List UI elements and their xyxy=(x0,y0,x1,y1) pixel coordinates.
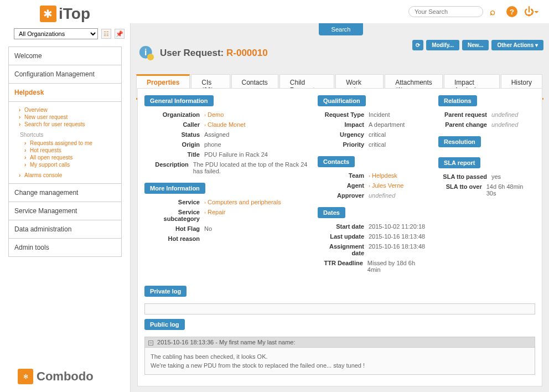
svg-text:i: i xyxy=(144,48,147,57)
val-assign: 2015-10-16 18:13:48 xyxy=(369,243,425,256)
val-urgency: critical xyxy=(369,131,386,138)
sub-assigned[interactable]: Requests assigned to me xyxy=(30,140,92,146)
new-button[interactable]: New... xyxy=(462,40,489,50)
val-title: PDU Failure in Rack 24 xyxy=(204,151,268,158)
page-title: User Request: R-000010 xyxy=(160,48,268,59)
power-icon[interactable]: ⏻▾ xyxy=(524,6,539,18)
link-subcategory[interactable]: Repair xyxy=(208,209,225,215)
legend-general: General Information xyxy=(144,95,214,106)
global-search-input[interactable] xyxy=(408,6,483,17)
val-sla-over: 14d 6h 48min 30s xyxy=(486,183,530,197)
val-status: Assigned xyxy=(204,131,229,138)
fieldset-more: More Information Service›Computers and p… xyxy=(144,183,308,244)
fieldset-relations: Relations Parent requestundefined Parent… xyxy=(438,95,530,130)
combodo-logo[interactable]: ✻ Combodo xyxy=(18,369,94,384)
link-agent[interactable]: Jules Verne xyxy=(372,182,403,189)
nav-admin[interactable]: Admin tools xyxy=(8,238,122,257)
page-title-ref: R-000010 xyxy=(226,48,268,58)
help-icon[interactable]: ? xyxy=(506,6,517,17)
public-log-section: Public log − 2015-10-16 18:13:36 - My fi… xyxy=(144,319,535,375)
legend-more: More Information xyxy=(144,183,205,194)
legend-relations: Relations xyxy=(438,95,477,106)
combodo-logo-icon: ✻ xyxy=(18,369,33,384)
legend-sla: SLA report xyxy=(438,157,480,168)
logo-area: ✱ iTop xyxy=(0,0,130,23)
link-team[interactable]: Helpdesk xyxy=(372,172,397,179)
private-log-box[interactable] xyxy=(144,303,535,314)
link-organization[interactable]: Demo xyxy=(208,111,224,118)
sub-shortcuts-label: Shortcuts xyxy=(20,131,119,138)
refresh-button[interactable]: ⟳ xyxy=(412,40,423,50)
org-selector[interactable]: All Organizations xyxy=(14,28,98,39)
nav-config[interactable]: Configuration Management xyxy=(8,65,122,84)
val-approver: undefined xyxy=(369,192,395,199)
val-reqtype: Incident xyxy=(369,111,390,118)
modify-button[interactable]: Modify... xyxy=(426,40,459,50)
sub-new-request[interactable]: New user request xyxy=(24,114,68,120)
val-parent-req: undefined xyxy=(491,111,518,118)
nav-data[interactable]: Data administration xyxy=(8,220,122,239)
sub-all-open[interactable]: All open requests xyxy=(30,154,72,161)
sub-alarms[interactable]: Alarms console xyxy=(24,172,62,178)
svg-point-2 xyxy=(147,54,154,60)
fieldset-sla: SLA report SLA tto passedyes SLA tto ove… xyxy=(438,157,530,198)
sub-overview[interactable]: Overview xyxy=(24,107,48,113)
val-impact: A department xyxy=(369,121,405,128)
val-origin: phone xyxy=(204,141,221,148)
val-last: 2015-10-16 18:13:48 xyxy=(369,233,425,240)
legend-public-log: Public log xyxy=(144,319,185,330)
nav-welcome[interactable]: Welcome xyxy=(8,47,122,65)
itop-logo-icon: ✱ xyxy=(40,6,56,22)
val-sla-passed: yes xyxy=(491,173,501,180)
sub-my-calls[interactable]: My support calls xyxy=(30,162,70,168)
val-description: The PDU located at the top of the Rack 2… xyxy=(193,161,308,174)
fieldset-dates: Dates Start date2015-10-02 11:20:18 Last… xyxy=(318,207,428,275)
public-log-box: − 2015-10-16 18:13:36 - My first name My… xyxy=(144,337,535,375)
val-parent-chg: undefined xyxy=(491,121,518,128)
fieldset-resolution: Resolution xyxy=(438,136,530,151)
legend-resolution: Resolution xyxy=(438,136,481,147)
link-caller[interactable]: Claude Monet xyxy=(208,121,246,128)
legend-dates: Dates xyxy=(318,207,345,218)
sub-hot[interactable]: Hot requests xyxy=(30,147,61,153)
nav-helpdesk[interactable]: Helpdesk xyxy=(8,83,122,102)
search-toggle[interactable]: Search xyxy=(319,23,363,35)
fieldset-general: General Information Organization›Demo Ca… xyxy=(144,95,308,176)
collapse-icon[interactable]: − xyxy=(148,341,153,345)
nav-service[interactable]: Service Management xyxy=(8,202,122,220)
legend-qualification: Qualification xyxy=(318,95,366,106)
legend-private-log: Private log xyxy=(144,286,187,297)
legend-contacts: Contacts xyxy=(318,156,355,167)
itop-logo-text: iTop xyxy=(59,5,90,23)
left-nav: Welcome Configuration Management Helpdes… xyxy=(8,47,122,257)
fieldset-qualification: Qualification Request TypeIncident Impac… xyxy=(318,95,428,149)
log-entry-header: − 2015-10-16 18:13:36 - My first name My… xyxy=(145,337,535,348)
combodo-logo-text: Combodo xyxy=(37,369,94,384)
content: General Information Organization›Demo Ca… xyxy=(137,88,542,386)
link-service[interactable]: Computers and peripherals xyxy=(208,199,281,205)
other-actions-button[interactable]: Other Actions ▾ xyxy=(491,40,543,50)
val-ttr: Missed by 18d 6h 4min xyxy=(367,260,428,273)
org-pin-icon[interactable]: 📌 xyxy=(115,29,125,39)
nav-change[interactable]: Change management xyxy=(8,183,122,202)
org-tree-icon[interactable]: ☷ xyxy=(101,29,111,39)
log-entry-body: The cabling has been checked, it looks O… xyxy=(145,348,535,374)
val-hotflag: No xyxy=(204,225,212,232)
val-start: 2015-10-02 11:20:18 xyxy=(369,223,425,230)
request-icon: i xyxy=(139,45,154,61)
fieldset-contacts: Contacts Team›Helpdesk Agent›Jules Verne… xyxy=(318,156,428,200)
val-priority: critical xyxy=(369,141,386,148)
sub-search-requests[interactable]: Search for user requests xyxy=(24,121,85,127)
search-icon[interactable]: ⌕ xyxy=(490,7,500,17)
private-log-section: Private log xyxy=(144,286,535,314)
main-area: Search ⟳ Modify... New... Other Actions … xyxy=(130,23,549,392)
itop-logo[interactable]: ✱ iTop xyxy=(40,5,90,23)
nav-helpdesk-sub: Overview New user request Search for use… xyxy=(8,102,122,184)
